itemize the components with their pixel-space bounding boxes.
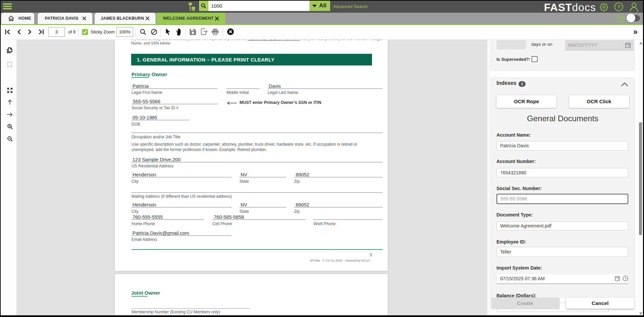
svg-text:?: ?: [617, 4, 620, 10]
